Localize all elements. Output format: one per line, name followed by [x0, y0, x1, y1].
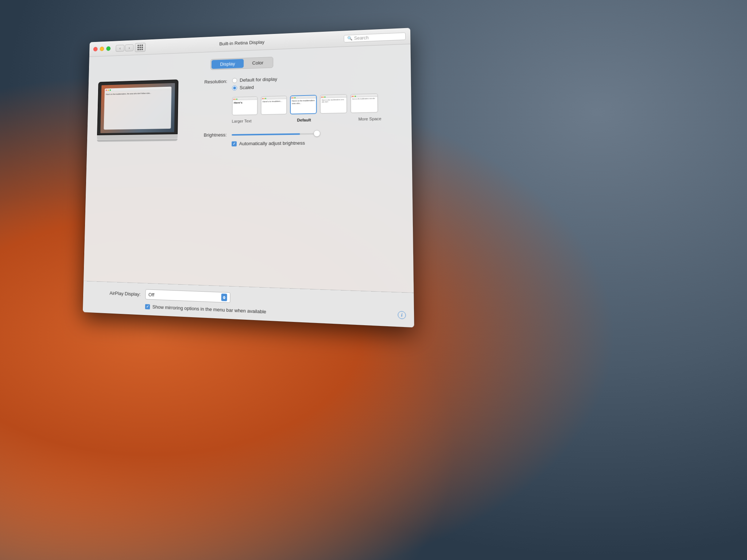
content-area: Display Color	[87, 44, 412, 155]
back-button[interactable]: ‹	[116, 44, 124, 52]
search-icon: 🔍	[347, 36, 353, 41]
scale-option-medium1[interactable]: Here's to troublem...	[261, 96, 287, 115]
scale-option-default[interactable]: Here's to the troublemakers ones who...	[290, 95, 317, 114]
auto-brightness-label: Automatically adjust brightness	[239, 140, 305, 147]
label-larger-text: Larger Text	[232, 119, 252, 124]
thumb-content-default: Here's to the troublemakers ones who...	[291, 98, 316, 105]
thumb-dot-red-4	[321, 96, 322, 97]
brightness-slider-track[interactable]	[232, 133, 320, 135]
thumb-content-medium1: Here's to troublem...	[262, 99, 286, 104]
minimize-button[interactable]	[100, 47, 104, 51]
thumb-dot-red-3	[291, 97, 293, 98]
preferences-window: ‹ › Built-in Retina Display 🔍 Search Dis…	[83, 28, 414, 327]
screen-dot-red	[106, 90, 107, 91]
window-title: Built-in Retina Display	[219, 39, 264, 47]
resolution-label: Resolution:	[189, 79, 227, 85]
brightness-row: Brightness:	[188, 130, 400, 138]
traffic-lights	[93, 46, 111, 51]
tab-group: Display Color	[210, 57, 273, 70]
thumb-dot-yellow	[235, 98, 236, 100]
thumb-dot-yellow-3	[293, 97, 294, 98]
macbook-screen: Here's to the troublemakers, the ones wh…	[100, 83, 175, 133]
thumb-content-more-space: Here's to the troublemakers ones who	[351, 97, 377, 101]
airplay-label: AirPlay Display:	[93, 289, 140, 297]
thumb-content-larger: Here's	[233, 100, 257, 106]
macbook-preview: Here's to the troublemakers, the ones wh…	[97, 79, 179, 142]
resolution-scaled-label: Scaled	[240, 85, 254, 90]
brightness-label: Brightness:	[188, 132, 227, 138]
auto-brightness-checkbox[interactable]: ✓	[232, 141, 237, 146]
thumb-content-medium2: Here's to the troublemakers ones who don…	[321, 98, 347, 104]
thumb-dot-yellow-2	[264, 98, 265, 99]
auto-brightness-row: ✓ Automatically adjust brightness	[188, 139, 400, 147]
thumb-dot-red	[233, 98, 235, 100]
resolution-options: Default for display Scaled	[232, 73, 382, 124]
grid-icon	[138, 44, 143, 50]
scale-option-larger[interactable]: Here's	[232, 96, 258, 116]
settings-panel: Resolution: Default for display Scaled	[188, 73, 400, 147]
screen-window: Here's to the troublemakers, the ones wh…	[104, 87, 171, 130]
nav-buttons: ‹ ›	[116, 44, 133, 52]
scale-thumbnail-default: Here's to the troublemakers ones who...	[290, 95, 317, 114]
screen-dot-yellow	[108, 89, 109, 91]
tab-display[interactable]: Display	[212, 59, 244, 69]
scale-option-medium2[interactable]: Here's to the troublemakers ones who don…	[320, 94, 347, 114]
scale-option-more-space[interactable]: Here's to the troublemakers ones who	[350, 93, 378, 113]
info-button[interactable]: i	[398, 311, 406, 319]
brightness-slider-fill	[232, 133, 300, 135]
tab-color[interactable]: Color	[244, 58, 272, 68]
brightness-slider-container	[232, 133, 320, 135]
thumb-dot-red-5	[352, 96, 353, 97]
scale-thumbnail-medium1: Here's to troublem...	[261, 96, 287, 115]
mirroring-label: Show mirroring options in the menu bar w…	[152, 304, 266, 315]
macbook-screen-outer: Here's to the troublemakers, the ones wh…	[97, 79, 178, 135]
thumb-dot-red-2	[262, 98, 263, 99]
tab-bar: Display Color	[98, 52, 399, 74]
close-button[interactable]	[93, 47, 98, 51]
main-layout: Here's to the troublemakers, the ones wh…	[97, 73, 400, 148]
mirroring-checkbox[interactable]: ✓	[145, 304, 150, 310]
arrow-down-icon	[223, 298, 226, 299]
grid-view-button[interactable]	[135, 43, 146, 52]
arrow-up-icon	[223, 296, 226, 297]
screen-dot-green	[109, 89, 111, 91]
scale-labels: Larger Text Default More Space	[232, 116, 382, 123]
forward-button[interactable]: ›	[125, 44, 133, 51]
thumb-dot-yellow-4	[323, 96, 324, 97]
thumb-dot-green	[236, 98, 237, 100]
airplay-dropdown[interactable]: Off	[145, 289, 230, 303]
maximize-button[interactable]	[106, 46, 111, 51]
resolution-default-label: Default for display	[240, 76, 277, 83]
thumb-dot-green-2	[265, 98, 266, 99]
scale-thumbnail-medium2: Here's to the troublemakers ones who don…	[320, 94, 347, 114]
brightness-slider-thumb[interactable]	[313, 130, 320, 136]
resolution-section: Resolution: Default for display Scaled	[188, 73, 400, 124]
thumb-dot-green-4	[324, 96, 325, 97]
thumb-dot-yellow-5	[353, 96, 355, 97]
brightness-section: Brightness: ✓ Automatically adjust brigh…	[188, 130, 400, 147]
airplay-dropdown-value: Off	[148, 292, 154, 298]
radio-dot-fill	[233, 86, 236, 89]
resolution-default-radio[interactable]	[232, 78, 237, 83]
scale-thumbnail-larger: Here's	[232, 96, 258, 116]
label-more-space: More Space	[358, 116, 381, 121]
macbook-base	[97, 139, 178, 142]
stepper-arrows[interactable]	[221, 293, 227, 301]
label-default-scale: Default	[297, 118, 311, 122]
scale-thumbnail-more-space: Here's to the troublemakers ones who	[350, 93, 378, 113]
thumb-dot-green-3	[294, 97, 295, 98]
search-bar[interactable]: 🔍 Search	[344, 32, 406, 42]
resolution-scaled-radio[interactable]	[232, 85, 237, 90]
search-placeholder: Search	[354, 35, 369, 41]
scale-options: Here's	[232, 93, 382, 116]
thumb-dot-green-5	[355, 96, 356, 97]
